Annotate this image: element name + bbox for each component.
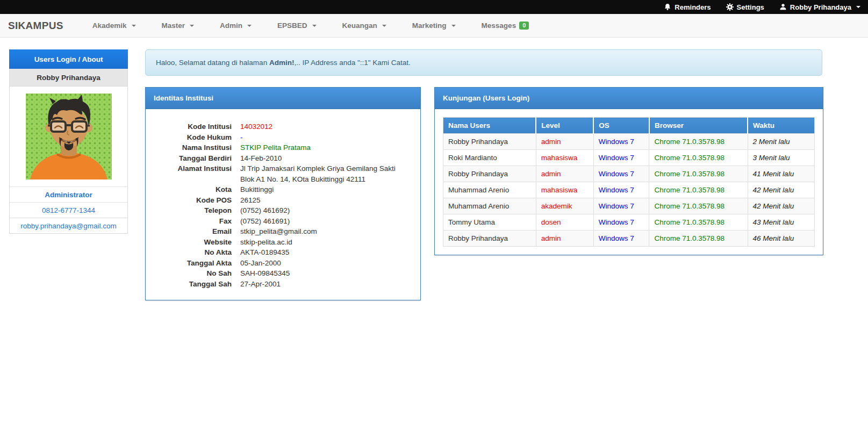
- cell-level: admin: [536, 166, 593, 182]
- sidebar-header-users-login-about[interactable]: Users Login / About: [9, 49, 128, 69]
- field-value: Jl Trip Jamaksari Komplek Griya Gemilang…: [240, 163, 396, 184]
- institution-field-row: Emailstkip_pelita@gmail.com: [155, 226, 411, 237]
- field-label: Telepon: [155, 205, 240, 216]
- field-label: No Akta: [155, 247, 240, 258]
- field-label: Kode POS: [155, 195, 240, 206]
- cell-waktu: 42 Menit lalu: [748, 198, 814, 214]
- nav-item-akademik[interactable]: Akademik: [80, 14, 149, 38]
- gear-icon: [726, 3, 734, 11]
- field-value: (0752) 461691): [240, 216, 290, 227]
- top-utility-bar: Reminders Settings Robby Prihandaya: [0, 0, 868, 14]
- cell-browser: Chrome 71.0.3578.98: [649, 150, 748, 166]
- chevron-down-icon: [856, 6, 860, 8]
- field-value: (0752) 461692): [240, 205, 290, 216]
- institution-field-row: Websitestkip-pelita.ac.id: [155, 237, 411, 248]
- profile-email-link[interactable]: robby.prihandaya@gmail.com: [10, 218, 127, 233]
- cell-os: Windows 7: [593, 166, 649, 182]
- field-label: Kota: [155, 184, 240, 195]
- users-login-table: Nama UsersLevelOSBrowserWaktu Robby Prih…: [443, 117, 815, 247]
- alert-bold-admin: Admin!: [269, 59, 295, 67]
- field-label: Fax: [155, 216, 240, 227]
- field-label: Tanggal Berdiri: [155, 153, 240, 164]
- column-header-nama-users: Nama Users: [443, 118, 536, 134]
- nav-item-marketing[interactable]: Marketing: [399, 14, 469, 38]
- field-value: 26125: [240, 195, 261, 206]
- chevron-down-icon: [247, 25, 252, 27]
- cell-os: Windows 7: [593, 198, 649, 214]
- field-value: 05-Jan-2000: [240, 258, 281, 269]
- profile-role: Administrator: [10, 186, 127, 202]
- field-value: SAH-09845345: [240, 268, 290, 279]
- bell-icon: [664, 3, 671, 11]
- login-row: Robby PrihandayaadminWindows 7Chrome 71.…: [443, 134, 815, 150]
- cell-nama: Muhammad Arenio: [443, 198, 536, 214]
- nav-item-messages[interactable]: Messages0: [469, 14, 542, 38]
- nav-item-epsbed[interactable]: EPSBED: [264, 14, 329, 38]
- nav-item-master[interactable]: Master: [149, 14, 207, 38]
- cell-nama: Robby Prihandaya: [443, 166, 536, 182]
- chevron-down-icon: [190, 25, 194, 27]
- cell-os: Windows 7: [593, 134, 649, 150]
- user-icon: [779, 3, 787, 11]
- field-label: Website: [155, 237, 240, 248]
- cell-waktu: 3 Menit lalu: [748, 150, 814, 166]
- cell-nama: Robby Prihandaya: [443, 231, 536, 247]
- cell-level: admin: [536, 134, 593, 150]
- messages-label: Messages: [482, 21, 517, 30]
- user-name-label: Robby Prihandaya: [790, 3, 851, 11]
- chevron-down-icon: [451, 25, 456, 27]
- field-value: 14-Feb-2010: [240, 153, 282, 164]
- cell-nama: Roki Mardianto: [443, 150, 536, 166]
- field-label: Alamat Institusi: [155, 163, 240, 184]
- profile-sidebar: Users Login / About Robby Prihandaya: [9, 49, 128, 234]
- nav-item-label: EPSBED: [277, 21, 307, 30]
- institution-field-row: Nama InstitusiSTKIP Pelita Pratama: [155, 142, 411, 153]
- field-value: STKIP Pelita Pratama: [240, 142, 311, 153]
- institution-field-row: Kode POS26125: [155, 195, 411, 206]
- field-value: AKTA-0189435: [240, 247, 289, 258]
- identitas-field-list: Kode Intitusi14032012Kode Hukum-Nama Ins…: [146, 109, 420, 300]
- institution-field-row: Alamat InstitusiJl Trip Jamaksari Komple…: [155, 163, 411, 184]
- institution-field-row: Fax(0752) 461691): [155, 216, 411, 227]
- cell-waktu: 2 Menit lalu: [748, 134, 814, 150]
- cell-nama: Muhammad Arenio: [443, 182, 536, 198]
- identitas-institusi-panel: Identitas Institusi Kode Intitusi1403201…: [145, 87, 421, 300]
- nav-item-label: Master: [162, 21, 185, 30]
- institution-field-row: Tanggal Sah27-Apr-2001: [155, 279, 411, 290]
- profile-phone-link[interactable]: 0812-6777-1344: [10, 202, 127, 218]
- nav-item-label: Akademik: [92, 21, 127, 30]
- cell-os: Windows 7: [593, 150, 649, 166]
- column-header-os: OS: [593, 118, 649, 134]
- reminders-button[interactable]: Reminders: [664, 3, 711, 11]
- field-label: No Sah: [155, 268, 240, 279]
- avatar: [10, 87, 127, 186]
- settings-label: Settings: [737, 3, 764, 11]
- login-row: Roki MardiantomahasiswaWindows 7Chrome 7…: [443, 150, 815, 166]
- chevron-down-icon: [312, 25, 317, 27]
- field-label: Nama Institusi: [155, 142, 240, 153]
- cell-os: Windows 7: [593, 182, 649, 198]
- column-header-level: Level: [536, 118, 593, 134]
- field-label: Kode Intitusi: [155, 121, 240, 132]
- messages-count-badge: 0: [519, 21, 529, 30]
- cell-os: Windows 7: [593, 231, 649, 247]
- kunjungan-panel-title: Kunjungan (Users Login): [435, 88, 823, 109]
- cell-waktu: 46 Menit lalu: [748, 231, 814, 247]
- settings-button[interactable]: Settings: [726, 3, 764, 11]
- institution-field-row: No AktaAKTA-0189435: [155, 247, 411, 258]
- user-menu-button[interactable]: Robby Prihandaya: [779, 3, 860, 11]
- brand-logo[interactable]: SIKAMPUS: [8, 20, 63, 32]
- chevron-down-icon: [132, 25, 136, 27]
- cell-level: mahasiswa: [536, 150, 593, 166]
- nav-item-admin[interactable]: Admin: [207, 14, 264, 38]
- cell-level: mahasiswa: [536, 182, 593, 198]
- cell-waktu: 43 Menit lalu: [748, 214, 814, 231]
- column-header-browser: Browser: [649, 118, 748, 134]
- field-label: Tanggal Akta: [155, 258, 240, 269]
- institution-field-row: No SahSAH-09845345: [155, 268, 411, 279]
- reminders-label: Reminders: [675, 3, 711, 11]
- field-label: Email: [155, 226, 240, 237]
- login-row: Tommy UtamadosenWindows 7Chrome 71.0.357…: [443, 214, 815, 231]
- nav-item-keuangan[interactable]: Keuangan: [329, 14, 399, 38]
- institution-field-row: Kode Intitusi14032012: [155, 121, 411, 132]
